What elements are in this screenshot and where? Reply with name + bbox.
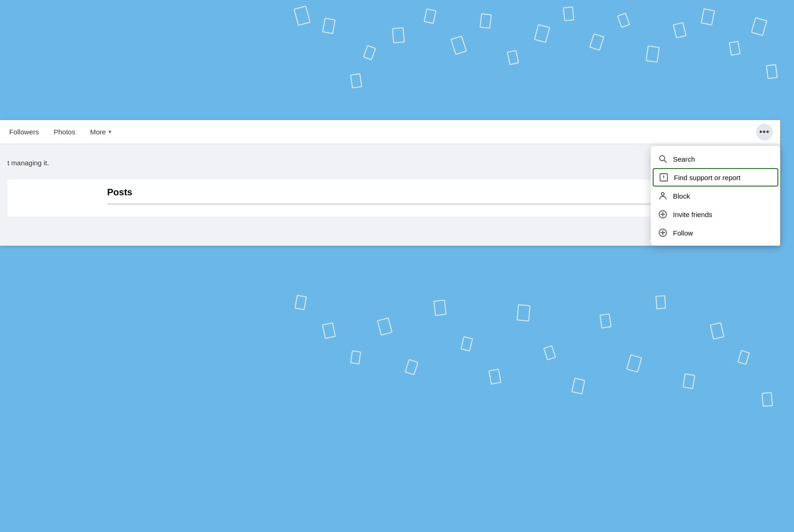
dropdown-menu: Search Find support or report — [651, 146, 780, 246]
dropdown-item-search[interactable]: Search — [651, 150, 780, 168]
report-icon — [659, 173, 668, 182]
invite-icon — [658, 210, 667, 219]
dropdown-item-follow[interactable]: Follow — [651, 224, 780, 242]
nav-bar: Followers Photos More ▼ ••• — [0, 120, 780, 144]
floating-rect — [294, 6, 311, 26]
dropdown-item-find-support[interactable]: Find support or report — [653, 168, 778, 187]
floating-rect — [589, 33, 605, 51]
floating-rect — [322, 322, 336, 339]
floating-rect — [350, 73, 362, 89]
find-support-label: Find support or report — [674, 174, 740, 181]
floating-rect — [534, 24, 550, 43]
floating-rect — [571, 378, 585, 394]
block-icon — [658, 191, 667, 200]
floating-rect — [762, 392, 773, 407]
floating-rect — [617, 12, 630, 28]
floating-rect — [450, 36, 467, 55]
dropdown-item-invite[interactable]: Invite friends — [651, 205, 780, 224]
svg-point-4 — [663, 179, 664, 180]
floating-rect — [563, 6, 574, 21]
floating-rect — [322, 18, 335, 34]
floating-rect — [655, 295, 666, 309]
floating-rect — [507, 50, 519, 65]
posts-sidebar — [7, 180, 100, 217]
floating-rect — [295, 295, 307, 310]
more-arrow-icon: ▼ — [108, 129, 112, 134]
floating-rect — [673, 22, 687, 39]
svg-point-5 — [661, 193, 664, 195]
svg-line-1 — [664, 160, 667, 163]
dropdown-item-block[interactable]: Block — [651, 187, 780, 205]
three-dots-button[interactable]: ••• — [756, 124, 773, 140]
floating-rect — [461, 336, 473, 351]
nav-item-followers[interactable]: Followers — [7, 120, 41, 144]
invite-label: Invite friends — [673, 211, 712, 218]
dots-icon: ••• — [759, 127, 770, 137]
floating-rect — [405, 359, 418, 375]
floating-rect — [350, 351, 361, 365]
main-panel: Followers Photos More ▼ ••• — [0, 120, 780, 246]
floating-rect — [683, 373, 696, 389]
floating-rect — [392, 27, 405, 43]
more-label: More — [90, 128, 106, 136]
search-label: Search — [673, 155, 695, 163]
floating-rect — [701, 8, 715, 25]
search-icon — [658, 154, 667, 163]
nav-item-more[interactable]: More ▼ — [88, 120, 114, 144]
floating-rect — [543, 345, 556, 361]
floating-rect — [737, 350, 750, 365]
svg-point-0 — [660, 156, 665, 161]
floating-rect — [751, 17, 768, 36]
floating-rect — [729, 41, 740, 56]
nav-items: Followers Photos More ▼ — [7, 120, 756, 144]
floating-rect — [517, 304, 531, 321]
follow-label: Follow — [673, 229, 693, 237]
floating-rect — [600, 314, 612, 329]
floating-rect — [488, 369, 501, 385]
floating-rect — [626, 354, 642, 373]
floating-rect — [479, 13, 492, 29]
floating-rect — [710, 322, 725, 340]
floating-rect — [377, 317, 393, 336]
followers-label: Followers — [9, 128, 39, 136]
nav-item-photos[interactable]: Photos — [52, 120, 77, 144]
photos-label: Photos — [54, 128, 75, 136]
block-label: Block — [673, 192, 690, 200]
floating-rect — [766, 64, 777, 79]
follow-icon — [658, 228, 667, 237]
floating-rect — [646, 45, 660, 62]
floating-rect — [424, 8, 436, 24]
floating-rect — [433, 300, 446, 316]
floating-rect — [363, 45, 376, 60]
